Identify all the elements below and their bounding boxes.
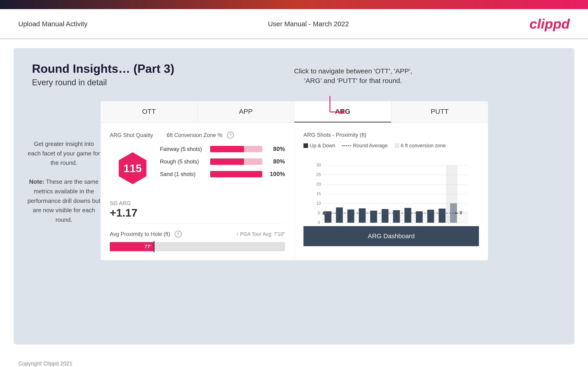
svg-rect-29 <box>427 210 434 223</box>
svg-text:30: 30 <box>316 163 321 167</box>
svg-rect-23 <box>359 208 366 223</box>
svg-text:5: 5 <box>318 211 320 215</box>
tabs-container: OTT APP ARG PUTT <box>101 101 488 123</box>
tab-ott[interactable]: OTT <box>101 101 198 122</box>
sg-label: SG ARG <box>110 200 285 207</box>
sand-bar-row: Sand (1 shots) 100% <box>160 170 285 178</box>
info-text-block: Get greater insight into each facet of y… <box>27 139 100 225</box>
svg-rect-21 <box>336 208 343 223</box>
legend-conversion-zone: 6 ft conversion zone <box>395 143 446 149</box>
round-insights-card: OTT APP ARG PUTT ARG Shot Quality 6ft Co… <box>100 101 488 260</box>
prox-bar-fill: 77' <box>110 242 154 251</box>
header: Upload Manual Activity User Manual - Mar… <box>0 9 588 39</box>
legend-square-icon <box>303 143 308 148</box>
rough-bar-row: Rough (5 shots) 80% <box>160 158 285 165</box>
sand-label: Sand (1 shots) <box>160 171 206 177</box>
prox-cursor <box>154 241 155 252</box>
svg-rect-26 <box>393 210 400 223</box>
card-body: ARG Shot Quality 6ft Conversion Zone % ?… <box>101 123 488 260</box>
chart-legend: Up & Down Round Average 6 ft conversion … <box>303 143 446 149</box>
fairway-bar-row: Fairway (5 shots) 80% <box>160 145 285 152</box>
left-panel: ARG Shot Quality 6ft Conversion Zone % ?… <box>101 123 294 260</box>
fairway-pct: 80% <box>267 145 285 152</box>
svg-rect-30 <box>439 209 446 223</box>
legend-dashed-icon <box>342 145 351 146</box>
svg-rect-25 <box>382 209 389 223</box>
upload-manual-label: Upload Manual Activity <box>18 20 88 28</box>
svg-text:0: 0 <box>318 220 320 225</box>
arg-chart: 0 5 10 15 20 25 30 <box>303 153 479 226</box>
pga-avg: ↑ PGA Tour Avg: 7'10" <box>236 231 285 237</box>
rough-label: Rough (5 shots) <box>160 158 206 165</box>
prox-value: 77' <box>144 244 151 250</box>
fairway-label: Fairway (5 shots) <box>160 146 206 152</box>
arrow-indicator <box>328 94 346 121</box>
prox-bar-container: 77' <box>110 242 285 251</box>
top-bar <box>0 0 588 9</box>
tab-putt[interactable]: PUTT <box>391 101 488 122</box>
legend-round-avg: Round Average <box>342 143 388 149</box>
arg-dashboard-button[interactable]: ARG Dashboard <box>303 226 479 246</box>
sand-pct: 100% <box>267 170 285 178</box>
svg-marker-2 <box>341 110 345 114</box>
navigate-hint: Click to navigate between 'OTT', 'APP', … <box>294 66 412 85</box>
right-panel: ARG Shots - Proximity (ft) Up & Down Rou… <box>294 123 488 260</box>
svg-text:10: 10 <box>316 201 321 206</box>
rough-bar-track <box>210 158 262 165</box>
tab-app[interactable]: APP <box>198 101 294 122</box>
prox-bar-track: 77' <box>110 242 285 251</box>
svg-rect-22 <box>347 209 354 223</box>
proximity-title: Avg Proximity to Hole (ft) ? <box>110 231 182 238</box>
legend-updown: Up & Down <box>303 143 335 149</box>
manual-date-label: User Manual - March 2022 <box>268 20 349 28</box>
sg-value: +1.17 <box>110 207 285 219</box>
copyright: Copyright Clippd 2021 <box>18 360 72 367</box>
bar-chart-section: Fairway (5 shots) 80% Rough (5 shots) <box>160 145 285 183</box>
sand-bar-track <box>210 171 262 177</box>
svg-text:15: 15 <box>316 192 321 196</box>
proximity-section: Avg Proximity to Hole (ft) ? ↑ PGA Tour … <box>110 224 285 251</box>
svg-text:25: 25 <box>316 172 321 177</box>
svg-rect-27 <box>405 208 411 223</box>
fairway-bar-track <box>210 146 262 152</box>
chart-title: ARG Shots - Proximity (ft) <box>303 132 366 138</box>
legend-hatched-icon <box>395 143 399 148</box>
help-icon[interactable]: ? <box>227 132 234 139</box>
logo: clippd <box>529 16 570 32</box>
svg-text:20: 20 <box>316 182 321 186</box>
proximity-help-icon[interactable]: ? <box>175 231 182 238</box>
rough-pct: 80% <box>267 158 285 165</box>
shot-quality-header: ARG Shot Quality 6ft Conversion Zone % ? <box>110 132 285 139</box>
arg-score-hex: 115 <box>117 152 148 184</box>
svg-text:8: 8 <box>460 210 462 215</box>
main-content: Round Insights… (Part 3) Every round in … <box>14 48 574 344</box>
svg-rect-24 <box>370 211 377 223</box>
footer: Copyright Clippd 2021 <box>0 354 588 367</box>
